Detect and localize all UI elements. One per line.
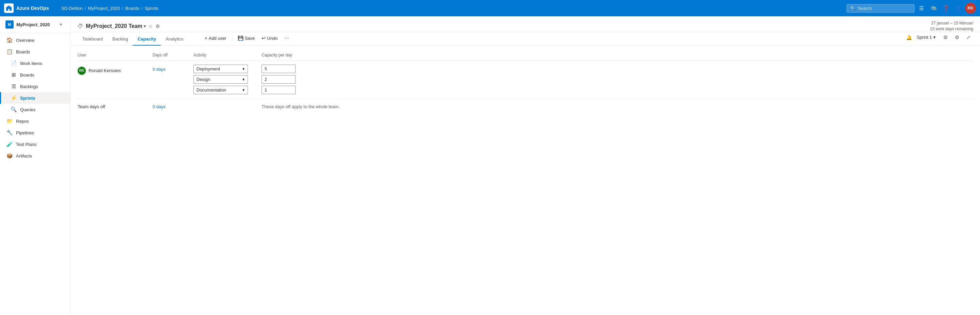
team-daysoff-note: These days off apply to the whole team.: [261, 104, 340, 109]
sidebar-item-boards-parent[interactable]: 📋 Boards: [0, 46, 70, 57]
table-row: RK Ronald Kerssies 0 days Deployment ▾ D…: [78, 60, 973, 99]
capacity-input-design[interactable]: [261, 75, 296, 84]
activity-label-documentation: Documentation: [196, 87, 226, 93]
shopping-bag-icon-btn[interactable]: 🛍: [928, 3, 939, 14]
sidebar-item-label: Overview: [16, 38, 34, 43]
sidebar-add-btn[interactable]: +: [57, 21, 65, 28]
save-icon: 💾: [238, 35, 243, 41]
capacity-input-deployment[interactable]: [261, 65, 296, 73]
sprint-chevron-icon: ▾: [933, 35, 936, 40]
sidebar-item-test-plans[interactable]: 🧪 Test Plans: [0, 138, 70, 150]
sidebar-nav: 🏠 Overview 📋 Boards 📄 Work items ⊞ Board…: [0, 33, 70, 315]
breadcrumb-sd-deltion[interactable]: SD-Deltion: [61, 6, 83, 11]
activity-chevron-icon: ▾: [242, 87, 245, 93]
topbar: Azure DevOps SD-Deltion / MyProject_2020…: [0, 0, 980, 16]
sidebar-item-work-items[interactable]: 📄 Work items: [0, 57, 70, 69]
days-off-link[interactable]: 0 days: [153, 66, 165, 72]
tab-taskboard[interactable]: Taskboard: [78, 33, 108, 46]
header-activity: Activity: [193, 53, 261, 57]
capacity-content: User Days off Activity Capacity per day …: [71, 46, 980, 315]
user-icon-btn[interactable]: 👤: [953, 3, 964, 14]
sidebar-item-pipelines[interactable]: 🔧 Pipelines: [0, 127, 70, 138]
sidebar-project: M MyProject_2020 +: [0, 16, 70, 33]
page-title: MyProject_2020 Team ▾: [86, 23, 146, 29]
tab-analytics[interactable]: Analytics: [161, 33, 188, 46]
team-daysoff-days: 0 days: [153, 104, 193, 109]
breadcrumb-boards[interactable]: Boards: [125, 6, 139, 11]
boards-parent-icon: 📋: [6, 49, 13, 55]
filter-icon-btn[interactable]: ⚙: [952, 33, 962, 42]
pipelines-icon: 🔧: [6, 130, 13, 136]
capacity-input-documentation[interactable]: [261, 86, 296, 94]
daysoff-cell: 0 days: [153, 65, 193, 72]
sidebar-item-boards[interactable]: ⊞ Boards: [0, 69, 70, 81]
save-button[interactable]: 💾 Save: [235, 34, 258, 43]
main-content: ⏱ MyProject_2020 Team ▾ ☆ ⚙ 27 januari –…: [71, 16, 980, 315]
team-daysoff-row: Team days off 0 days These days off appl…: [78, 99, 973, 115]
sprint-bell-icon: 🔔: [906, 35, 912, 40]
list-icon-btn[interactable]: ☰: [916, 3, 927, 14]
logo[interactable]: Azure DevOps: [4, 3, 59, 13]
team-daysoff-label: Team days off: [78, 104, 153, 109]
view-options-icon-btn[interactable]: ⚙: [940, 33, 950, 42]
sidebar-item-label: Sprints: [20, 96, 35, 101]
sidebar-item-queries[interactable]: 🔍 Queries: [0, 104, 70, 115]
logo-text: Azure DevOps: [16, 5, 49, 11]
breadcrumb-sprints[interactable]: Sprints: [145, 6, 158, 11]
work-items-icon: 📄: [11, 60, 17, 66]
sidebar-item-sprints[interactable]: ⚡ Sprints: [0, 92, 70, 104]
activity-select-documentation[interactable]: Documentation ▾: [193, 86, 248, 94]
add-user-label: Add user: [209, 36, 226, 41]
header-capacity-per-day: Capacity per day: [261, 53, 316, 57]
tabs-toolbar-row: Taskboard Backlog Capacity Analytics + A…: [71, 32, 980, 46]
tab-capacity[interactable]: Capacity: [133, 33, 161, 46]
inline-toolbar: + Add user 💾 Save ↩ Undo ···: [202, 33, 291, 45]
add-user-button[interactable]: + Add user: [202, 34, 229, 43]
sidebar: M MyProject_2020 + 🏠 Overview 📋 Boards 📄…: [0, 16, 71, 315]
user-avatar[interactable]: RK: [965, 3, 976, 14]
activities-cell: Deployment ▾ Design ▾ Documentation ▾: [193, 65, 261, 94]
activity-chevron-icon: ▾: [242, 66, 245, 71]
user-avatar-rk: RK: [78, 66, 86, 75]
page-header: ⏱ MyProject_2020 Team ▾ ☆ ⚙ 27 januari –…: [71, 16, 980, 32]
help-icon-btn[interactable]: ❓: [940, 3, 951, 14]
sidebar-item-repos[interactable]: 📁 Repos: [0, 115, 70, 127]
activity-label-design: Design: [196, 77, 210, 82]
sidebar-item-label: Work items: [20, 61, 42, 66]
sidebar-item-label: Boards: [16, 49, 30, 54]
undo-icon: ↩: [261, 35, 266, 41]
favorite-star-icon[interactable]: ☆: [148, 24, 153, 29]
undo-button[interactable]: ↩ Undo: [259, 34, 280, 43]
title-dropdown-chevron[interactable]: ▾: [144, 24, 146, 28]
sidebar-item-overview[interactable]: 🏠 Overview: [0, 34, 70, 46]
sprint-settings-icon[interactable]: ⚙: [156, 24, 160, 29]
repos-icon: 📁: [6, 118, 13, 124]
user-name: Ronald Kerssies: [89, 68, 121, 73]
breadcrumb: SD-Deltion / MyProject_2020 / Boards / S…: [61, 6, 844, 11]
team-daysoff-link[interactable]: 0 days: [153, 104, 165, 109]
activity-select-design[interactable]: Design ▾: [193, 75, 248, 84]
fullscreen-icon-btn[interactable]: ⤢: [964, 33, 973, 42]
queries-icon: 🔍: [11, 106, 17, 112]
sidebar-item-backlogs[interactable]: ☰ Backlogs: [0, 81, 70, 92]
breadcrumb-myproject[interactable]: MyProject_2020: [88, 6, 120, 11]
sidebar-item-label: Pipelines: [16, 130, 34, 135]
tab-backlog[interactable]: Backlog: [108, 33, 133, 46]
page-header-left: ⏱ MyProject_2020 Team ▾ ☆ ⚙: [78, 23, 160, 29]
sidebar-project-info[interactable]: M MyProject_2020: [5, 21, 50, 28]
search-icon: 🔍: [850, 6, 856, 11]
toolbar-right: 🔔 Sprint 1 ▾ ⚙ ⚙ ⤢: [906, 33, 973, 46]
topbar-actions: 🔍 Search ☰ 🛍 ❓ 👤 RK: [846, 3, 976, 14]
artifacts-icon: 📦: [6, 153, 13, 159]
sprints-icon: ⚡: [11, 95, 17, 101]
date-range: 27 januari – 15 februari 15 work days re…: [930, 21, 973, 32]
search-box[interactable]: 🔍 Search: [846, 4, 915, 13]
header-days-off: Days off: [153, 53, 193, 57]
more-options-button[interactable]: ···: [282, 33, 291, 43]
activity-select-deployment[interactable]: Deployment ▾: [193, 65, 248, 73]
sprint-selector-button[interactable]: Sprint 1 ▾: [914, 33, 939, 41]
tabs: Taskboard Backlog Capacity Analytics + A…: [78, 33, 292, 46]
sidebar-item-artifacts[interactable]: 📦 Artifacts: [0, 150, 70, 161]
activity-chevron-icon: ▾: [242, 77, 245, 82]
sidebar-item-label: Test Plans: [16, 142, 37, 147]
